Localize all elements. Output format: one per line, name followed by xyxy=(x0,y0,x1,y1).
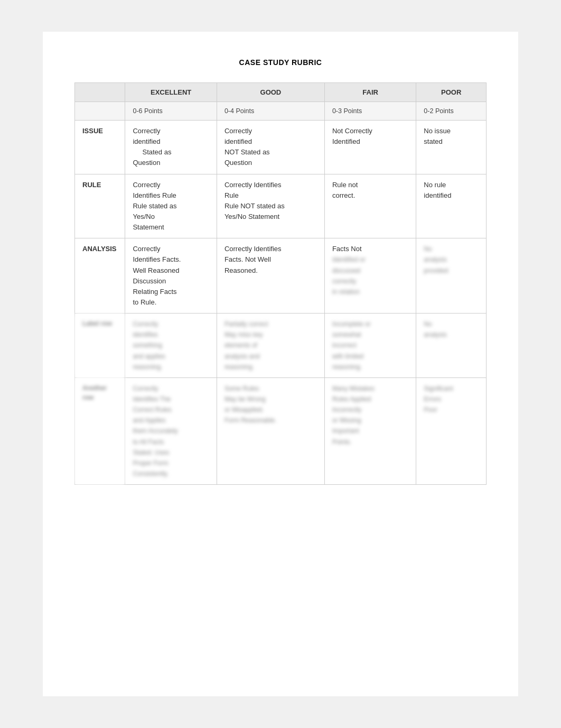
header-good: GOOD xyxy=(217,83,324,102)
points-fair: 0-3 Points xyxy=(324,102,416,121)
cell-rule-poor: No ruleidentified xyxy=(416,174,487,238)
row-label-blurred-2: Another row xyxy=(75,377,125,484)
table-row-issue: ISSUE Correctlyidentified Stated asQuest… xyxy=(75,121,487,174)
rubric-table: EXCELLENT GOOD FAIR POOR 0-6 Points 0-4 … xyxy=(74,82,487,485)
cell-blurred2-fair: Many MistakesRules AppliedIncorrectlyor … xyxy=(324,377,416,484)
page: CASE STUDY RUBRIC EXCELLENT GOOD FAIR PO… xyxy=(43,32,518,696)
cell-blurred1-fair: Incomplete orsomewhatincorrectwith limit… xyxy=(324,314,416,378)
cell-issue-poor: No issuestated xyxy=(416,121,487,174)
cell-issue-excellent: Correctlyidentified Stated asQuestion xyxy=(125,121,217,174)
cell-analysis-good: Correctly IdentifiesFacts. Not WellReaso… xyxy=(217,238,324,314)
cell-rule-excellent: CorrectlyIdentifies RuleRule stated asYe… xyxy=(125,174,217,238)
table-row-blurred-1: Label row Correctlyidentifiessomethingan… xyxy=(75,314,487,378)
cell-rule-good: Correctly IdentifiesRuleRule NOT stated … xyxy=(217,174,324,238)
cell-rule-fair: Rule notcorrect. xyxy=(324,174,416,238)
cell-blurred1-good: Partially correctMay miss keyelements of… xyxy=(217,314,324,378)
header-fair: FAIR xyxy=(324,83,416,102)
cell-blurred1-poor: Noanalysis xyxy=(416,314,487,378)
table-row-analysis: ANALYSIS CorrectlyIdentifies Facts.Well … xyxy=(75,238,487,314)
cell-blurred2-good: Some RulesMay be Wrongor Misapplied.Form… xyxy=(217,377,324,484)
page-title: CASE STUDY RUBRIC xyxy=(74,58,487,67)
points-empty xyxy=(75,102,125,121)
cell-issue-good: CorrectlyidentifiedNOT Stated asQuestion xyxy=(217,121,324,174)
points-excellent: 0-6 Points xyxy=(125,102,217,121)
header-empty xyxy=(75,83,125,102)
table-row-blurred-2: Another row CorrectlyIdentifies TheCorre… xyxy=(75,377,487,484)
row-label-blurred-1: Label row xyxy=(75,314,125,378)
row-label-rule: RULE xyxy=(75,174,125,238)
cell-blurred2-poor: SignificantErrorsPoor xyxy=(416,377,487,484)
header-poor: POOR xyxy=(416,83,487,102)
cell-analysis-fair: Facts NotIdentified ordiscussedcorrectly… xyxy=(324,238,416,314)
points-good: 0-4 Points xyxy=(217,102,324,121)
cell-issue-fair: Not CorrectlyIdentified xyxy=(324,121,416,174)
cell-blurred1-excellent: Correctlyidentifiessomethingand appliesr… xyxy=(125,314,217,378)
header-excellent: EXCELLENT xyxy=(125,83,217,102)
cell-blurred2-excellent: CorrectlyIdentifies TheCorrect Rulesand … xyxy=(125,377,217,484)
table-row-rule: RULE CorrectlyIdentifies RuleRule stated… xyxy=(75,174,487,238)
cell-analysis-excellent: CorrectlyIdentifies Facts.Well ReasonedD… xyxy=(125,238,217,314)
points-poor: 0-2 Points xyxy=(416,102,487,121)
cell-analysis-poor: Noanalysisprovided xyxy=(416,238,487,314)
row-label-issue: ISSUE xyxy=(75,121,125,174)
row-label-analysis: ANALYSIS xyxy=(75,238,125,314)
